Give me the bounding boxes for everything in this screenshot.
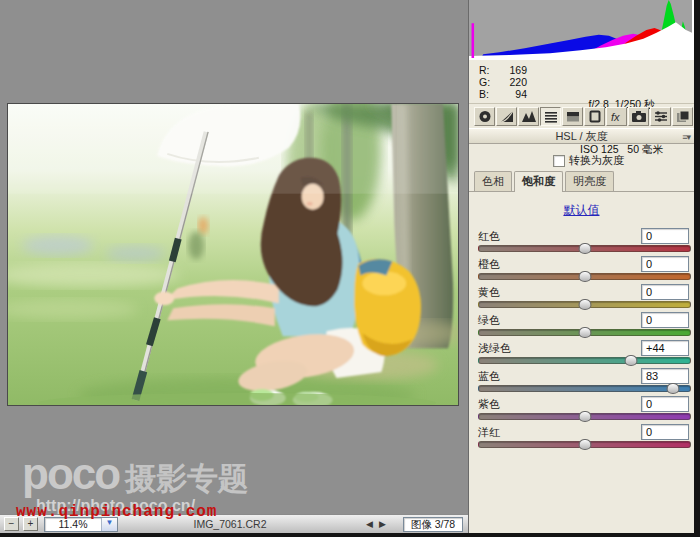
window-bottom-edge	[0, 533, 700, 537]
slider-track-green[interactable]	[478, 329, 691, 336]
detail-tab-icon[interactable]	[518, 107, 539, 126]
adjustments-panel: R:169 G:220 B:94 f/2.8 1/250 秒 ISO 125 5…	[468, 0, 694, 533]
g-value: 220	[497, 76, 527, 88]
snapshots-tab-icon[interactable]	[672, 107, 693, 126]
slider-row-magenta: 洋红	[478, 423, 691, 451]
tab-luminance[interactable]: 明亮度	[565, 171, 614, 191]
qinpinchang-url: www.qinpinchang.com	[16, 503, 217, 521]
image-workspace: poco摄影专题 http://photo.poco.cn/ www.qinpi…	[0, 0, 468, 533]
rgb-readout: R:169 G:220 B:94	[479, 64, 551, 101]
svg-text:fx: fx	[611, 111, 620, 123]
slider-row-yellow: 黄色	[478, 283, 691, 311]
tab-hue[interactable]: 色相	[474, 171, 512, 191]
slider-row-blue: 蓝色	[478, 367, 691, 395]
slider-label-green: 绿色	[478, 313, 500, 328]
slider-label-magenta: 洋红	[478, 425, 500, 440]
tone-curve-tab-icon[interactable]	[496, 107, 517, 126]
slider-value-green[interactable]	[641, 312, 689, 328]
presets-tab-icon[interactable]	[650, 107, 671, 126]
slider-value-red[interactable]	[641, 228, 689, 244]
slider-value-magenta[interactable]	[641, 424, 689, 440]
default-link[interactable]: 默认值	[564, 203, 600, 217]
slider-label-orange: 橙色	[478, 257, 500, 272]
slider-label-red: 红色	[478, 229, 500, 244]
slider-handle-orange[interactable]	[578, 271, 591, 282]
split-toning-tab-icon[interactable]	[562, 107, 583, 126]
b-label: B:	[479, 88, 497, 100]
camera-calibration-tab-icon[interactable]	[628, 107, 649, 126]
slider-row-purple: 紫色	[478, 395, 691, 423]
slider-handle-blue[interactable]	[667, 383, 680, 394]
exposure-info: R:169 G:220 B:94 f/2.8 1/250 秒 ISO 125 5…	[469, 60, 694, 103]
slider-value-yellow[interactable]	[641, 284, 689, 300]
hsl-sliders: 红色橙色黄色绿色浅绿色蓝色紫色洋红	[469, 225, 694, 451]
r-label: R:	[479, 64, 497, 76]
panel-tab-strip: fx	[469, 103, 694, 128]
poco-logo: poco	[22, 449, 119, 498]
slider-track-red[interactable]	[478, 245, 691, 252]
slider-handle-green[interactable]	[578, 327, 591, 338]
slider-label-aqua: 浅绿色	[478, 341, 511, 356]
slider-value-orange[interactable]	[641, 256, 689, 272]
tab-saturation[interactable]: 饱和度	[514, 171, 563, 192]
convert-to-grayscale-checkbox[interactable]	[553, 155, 565, 167]
slider-handle-magenta[interactable]	[578, 439, 591, 450]
slider-value-purple[interactable]	[641, 396, 689, 412]
slider-value-blue[interactable]	[641, 368, 689, 384]
camera-raw-window: poco摄影专题 http://photo.poco.cn/ www.qinpi…	[0, 0, 700, 537]
slider-label-blue: 蓝色	[478, 369, 500, 384]
hsl-grayscale-tab-icon[interactable]	[540, 107, 561, 126]
slider-track-orange[interactable]	[478, 273, 691, 280]
effects-tab-icon[interactable]: fx	[606, 107, 627, 126]
g-label: G:	[479, 76, 497, 88]
slider-label-yellow: 黄色	[478, 285, 500, 300]
b-value: 94	[497, 88, 527, 100]
slider-handle-aqua[interactable]	[624, 355, 637, 366]
slider-track-blue[interactable]	[478, 385, 691, 392]
poco-logo-suffix: 摄影专题	[125, 461, 249, 496]
slider-label-purple: 紫色	[478, 397, 500, 412]
basic-tab-icon[interactable]	[474, 107, 495, 126]
r-value: 169	[497, 64, 527, 76]
slider-track-yellow[interactable]	[478, 301, 691, 308]
slider-track-magenta[interactable]	[478, 441, 691, 448]
slider-row-red: 红色	[478, 227, 691, 255]
slider-track-aqua[interactable]	[478, 357, 691, 364]
slider-track-purple[interactable]	[478, 413, 691, 420]
next-image-button[interactable]: ▶	[379, 519, 386, 529]
histogram	[469, 0, 694, 60]
panel-title: HSL / 灰度 ≡▾	[469, 128, 694, 144]
previous-image-button[interactable]: ◀	[366, 519, 373, 529]
slider-handle-yellow[interactable]	[578, 299, 591, 310]
slider-row-aqua: 浅绿色	[478, 339, 691, 367]
slider-row-green: 绿色	[478, 311, 691, 339]
panel-menu-icon[interactable]: ≡▾	[682, 130, 690, 145]
slider-handle-red[interactable]	[578, 243, 591, 254]
slider-row-orange: 橙色	[478, 255, 691, 283]
image-counter: 图像 3/78	[403, 517, 463, 532]
photo-canvas[interactable]	[7, 103, 459, 406]
lens-corrections-tab-icon[interactable]	[584, 107, 605, 126]
slider-value-aqua[interactable]	[641, 340, 689, 356]
window-right-edge	[694, 0, 700, 537]
photo-image	[8, 104, 458, 405]
convert-to-grayscale-label: 转换为灰度	[569, 153, 624, 168]
slider-handle-purple[interactable]	[578, 411, 591, 422]
